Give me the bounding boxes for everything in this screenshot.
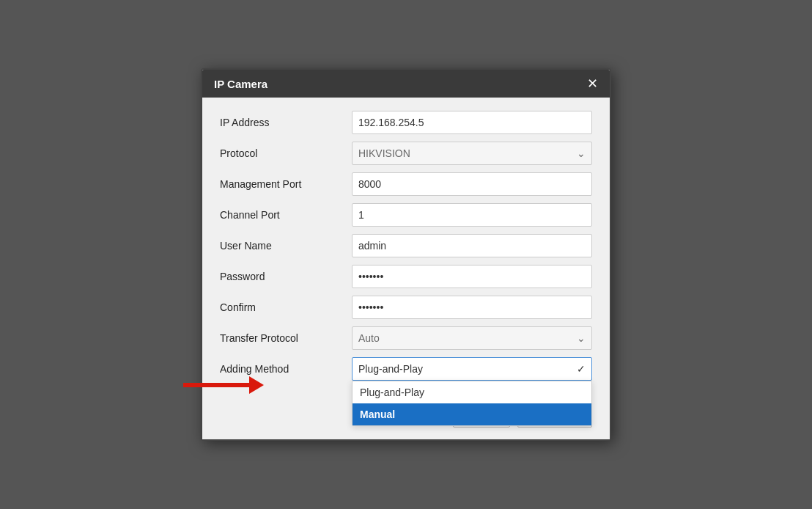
adding-method-value: Plug-and-Play	[358, 363, 423, 375]
adding-method-option-manual[interactable]: Manual	[353, 403, 591, 425]
channel-port-input[interactable]	[352, 203, 592, 227]
protocol-label: Protocol	[220, 147, 352, 159]
channel-port-row: Channel Port	[220, 203, 592, 227]
password-input[interactable]	[352, 265, 592, 288]
dialog-title: IP Camera	[214, 78, 267, 90]
close-button[interactable]: ✕	[587, 77, 598, 90]
transfer-protocol-select[interactable]: Auto ⌄	[352, 326, 592, 350]
protocol-select[interactable]: HIKVISION ⌄	[352, 142, 592, 165]
adding-method-option-plug-and-play[interactable]: Plug-and-Play	[353, 381, 591, 403]
protocol-value: HIKVISION	[358, 147, 410, 159]
protocol-select-wrapper: HIKVISION ⌄	[352, 142, 592, 165]
transfer-protocol-value: Auto	[358, 332, 380, 344]
management-port-input[interactable]	[352, 172, 592, 196]
management-port-label: Management Port	[220, 178, 352, 190]
confirm-input[interactable]	[352, 296, 592, 319]
management-port-row: Management Port	[220, 172, 592, 196]
transfer-protocol-select-wrapper: Auto ⌄	[352, 326, 592, 350]
adding-method-select[interactable]: Plug-and-Play ✓	[352, 357, 592, 381]
transfer-protocol-chevron-icon: ⌄	[577, 332, 586, 344]
ip-address-input[interactable]	[352, 111, 592, 134]
adding-method-dropdown-menu: Plug-and-Play Manual	[352, 381, 592, 426]
ip-address-label: IP Address	[220, 117, 352, 128]
transfer-protocol-label: Transfer Protocol	[220, 332, 352, 344]
protocol-chevron-icon: ⌄	[577, 147, 586, 159]
dialog-body: IP Address Protocol HIKVISION ⌄ Manageme…	[202, 98, 610, 400]
adding-method-dropdown-wrapper: Plug-and-Play ✓ Plug-and-Play Manual	[352, 357, 592, 381]
user-name-label: User Name	[220, 240, 352, 252]
dialog-header: IP Camera ✕	[202, 70, 610, 98]
confirm-row: Confirm	[220, 296, 592, 319]
adding-method-label: Adding Method	[220, 363, 352, 375]
ip-camera-dialog: IP Camera ✕ IP Address Protocol HIKVISIO…	[201, 68, 611, 441]
confirm-label: Confirm	[220, 301, 352, 313]
password-row: Password	[220, 265, 592, 288]
ip-address-row: IP Address	[220, 111, 592, 134]
adding-method-row: Adding Method Plug-and-Play ✓ Plug-and-P…	[220, 357, 592, 381]
protocol-row: Protocol HIKVISION ⌄	[220, 142, 592, 165]
arrow-line	[183, 383, 249, 387]
user-name-input[interactable]	[352, 234, 592, 257]
password-label: Password	[220, 271, 352, 282]
transfer-protocol-row: Transfer Protocol Auto ⌄	[220, 326, 592, 350]
arrow-head	[249, 376, 264, 394]
red-arrow-indicator	[183, 376, 264, 394]
adding-method-chevron-icon: ✓	[577, 363, 586, 375]
user-name-row: User Name	[220, 234, 592, 257]
channel-port-label: Channel Port	[220, 209, 352, 221]
